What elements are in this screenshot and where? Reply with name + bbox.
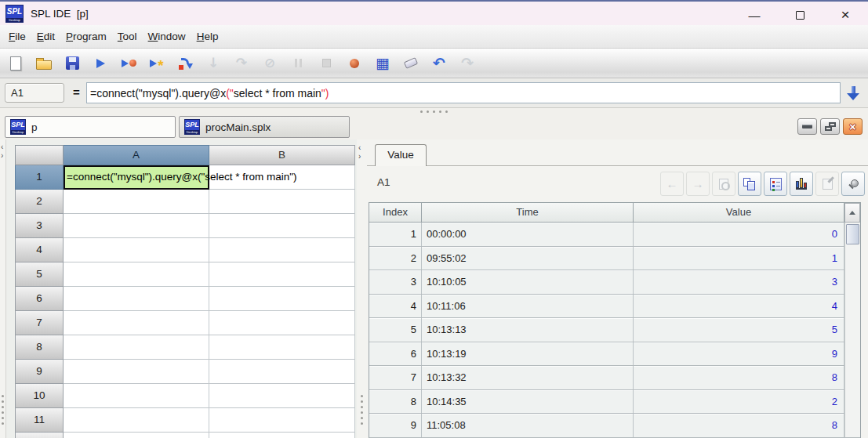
- cell-reference-box[interactable]: A1: [5, 83, 64, 103]
- calculate-button[interactable]: ▦: [373, 52, 392, 74]
- column-header-value[interactable]: Value: [634, 203, 844, 222]
- step-into-button[interactable]: ↓: [204, 52, 223, 74]
- value-forward-button[interactable]: →: [686, 172, 710, 196]
- row-header-6[interactable]: 6: [15, 287, 64, 311]
- cell-A11[interactable]: [64, 408, 209, 433]
- save-button[interactable]: [63, 52, 82, 74]
- table-row[interactable]: 100:00:000: [369, 223, 860, 247]
- left-splitter-handle[interactable]: [2, 395, 4, 425]
- column-header-index[interactable]: Index: [369, 203, 422, 222]
- scrollbar-thumb[interactable]: [846, 224, 859, 244]
- cell-B6[interactable]: [209, 287, 355, 311]
- expand-left-icon[interactable]: ›: [1, 152, 3, 159]
- grid-corner-cell[interactable]: [15, 145, 64, 165]
- cell-A1-selected[interactable]: =connect("mysql").query@x("select * from…: [64, 165, 209, 190]
- value-edit-button[interactable]: [815, 172, 839, 196]
- menu-item-window[interactable]: Window: [148, 31, 186, 42]
- row-header-9[interactable]: 9: [15, 360, 64, 384]
- table-row[interactable]: 510:13:135: [369, 318, 860, 342]
- close-button[interactable]: ×: [823, 3, 868, 27]
- cell-A7[interactable]: [64, 311, 209, 335]
- stop-button[interactable]: [317, 52, 336, 74]
- middle-splitter[interactable]: ‹ ›: [357, 139, 367, 438]
- cell-B10[interactable]: [209, 384, 355, 408]
- menu-item-edit[interactable]: Edit: [37, 31, 55, 42]
- cancel-button[interactable]: ⊘: [260, 52, 279, 74]
- column-header-b[interactable]: B: [209, 145, 355, 165]
- table-row[interactable]: 310:10:053: [369, 270, 860, 295]
- row-header-5[interactable]: 5: [15, 262, 64, 287]
- formula-input[interactable]: =connect("mysql").query@x("select * from…: [86, 82, 841, 103]
- undo-button[interactable]: ↶: [430, 52, 449, 74]
- redo-button[interactable]: ↷: [458, 52, 477, 74]
- row-header-1[interactable]: 1: [15, 165, 64, 190]
- cell-A5[interactable]: [64, 262, 209, 287]
- column-header-a[interactable]: A: [64, 145, 209, 165]
- cell-B2[interactable]: [209, 190, 355, 214]
- cell-A4[interactable]: [64, 238, 209, 262]
- debug-run-button[interactable]: [119, 52, 138, 74]
- cell-A9[interactable]: [64, 360, 209, 384]
- value-zoom-button[interactable]: [712, 172, 735, 196]
- collapse-panel-icon[interactable]: ‹: [358, 144, 361, 151]
- table-row[interactable]: 610:13:199: [369, 342, 860, 367]
- mdi-minimize-button[interactable]: [797, 118, 817, 135]
- table-row[interactable]: 810:14:352: [369, 390, 860, 414]
- cell-B8[interactable]: [209, 335, 355, 360]
- pause-button[interactable]: [289, 52, 307, 74]
- cell-B3[interactable]: [209, 214, 355, 238]
- menu-item-program[interactable]: Program: [66, 31, 107, 42]
- cell-B7[interactable]: [209, 311, 355, 335]
- run-button[interactable]: [91, 52, 110, 74]
- new-file-button[interactable]: [6, 52, 25, 74]
- cell-B9[interactable]: [209, 360, 355, 384]
- value-back-button[interactable]: ←: [660, 172, 684, 196]
- cell-A10[interactable]: [64, 384, 209, 408]
- open-file-button[interactable]: [35, 52, 53, 74]
- value-pin-button[interactable]: [841, 172, 865, 196]
- menu-item-tool[interactable]: Tool: [118, 31, 137, 42]
- scroll-up-button[interactable]: [844, 203, 860, 223]
- table-row[interactable]: 710:13:328: [369, 366, 860, 390]
- breakpoint-button[interactable]: [345, 52, 364, 74]
- expand-formula-button[interactable]: [844, 84, 862, 103]
- tab-p[interactable]: SPLDesktop p: [5, 116, 176, 138]
- run-to-cursor-button[interactable]: *: [147, 52, 166, 74]
- cell-B11[interactable]: [209, 408, 355, 433]
- cell-A2[interactable]: [64, 190, 209, 214]
- minimize-button[interactable]: —: [732, 3, 777, 27]
- row-header-4[interactable]: 4: [15, 238, 64, 262]
- middle-splitter-handle[interactable]: [361, 395, 363, 425]
- row-header-2[interactable]: 2: [15, 190, 64, 214]
- maximize-button[interactable]: [777, 3, 823, 27]
- cell-A6[interactable]: [64, 287, 209, 311]
- table-row[interactable]: 209:55:021: [369, 247, 860, 271]
- cell-A8[interactable]: [64, 335, 209, 360]
- value-text-view-button[interactable]: [764, 172, 787, 196]
- left-splitter[interactable]: ‹ ›: [0, 139, 6, 438]
- row-header-10[interactable]: 10: [15, 384, 64, 408]
- collapse-left-icon[interactable]: ‹: [1, 143, 3, 150]
- value-chart-button[interactable]: [790, 172, 813, 196]
- cell-B4[interactable]: [209, 238, 355, 262]
- tab-procmain-splx[interactable]: SPLDesktop procMain.splx: [179, 116, 350, 138]
- column-header-time[interactable]: Time: [422, 203, 634, 222]
- table-row[interactable]: 911:05:088: [369, 414, 860, 438]
- tab-value[interactable]: Value: [375, 144, 427, 166]
- menu-item-help[interactable]: Help: [197, 31, 219, 42]
- table-scrollbar[interactable]: [844, 203, 860, 437]
- mdi-close-button[interactable]: ×: [843, 118, 863, 135]
- step-return-button[interactable]: ↷: [232, 52, 251, 74]
- mdi-restore-button[interactable]: [820, 118, 840, 135]
- value-copy-button[interactable]: [738, 172, 761, 196]
- clear-button[interactable]: [401, 52, 420, 74]
- table-row[interactable]: 410:11:064: [369, 295, 860, 319]
- row-header-11[interactable]: 11: [15, 408, 64, 433]
- horizontal-splitter-handle[interactable]: [0, 108, 868, 114]
- cell-B5[interactable]: [209, 262, 355, 287]
- expand-panel-icon[interactable]: ›: [358, 153, 361, 160]
- row-header-7[interactable]: 7: [15, 311, 64, 335]
- scrollbar-track[interactable]: [844, 223, 860, 437]
- cell-A3[interactable]: [64, 214, 209, 238]
- menu-item-file[interactable]: File: [9, 31, 26, 42]
